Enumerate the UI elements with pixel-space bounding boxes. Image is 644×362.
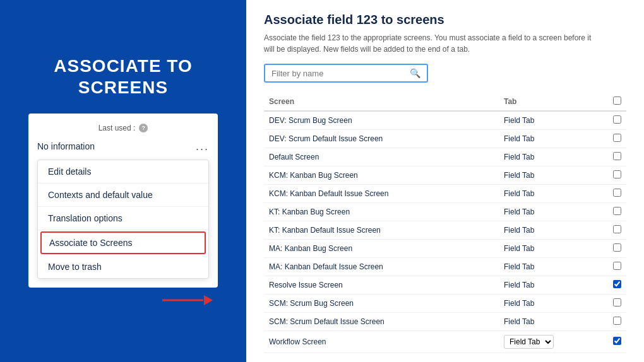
tab-cell: Field Tab bbox=[499, 130, 607, 148]
left-panel: ASSOCIATE TO SCREENS Last used : ? No in… bbox=[0, 0, 246, 362]
tab-cell[interactable]: Field Tab bbox=[499, 331, 607, 353]
col-header-tab: Tab bbox=[499, 93, 607, 111]
tab-cell: Field Tab bbox=[499, 276, 607, 295]
screen-cell: Default Screen bbox=[264, 148, 499, 166]
card-header: Last used : ? bbox=[37, 124, 209, 132]
check-cell[interactable] bbox=[607, 166, 626, 185]
header-checkbox[interactable] bbox=[613, 96, 621, 105]
table-row: KT: Kanban Bug ScreenField Tab bbox=[264, 203, 626, 221]
screen-cell: SCM: Scrum Default Issue Screen bbox=[264, 313, 499, 331]
screen-cell: DEV: Scrum Bug Screen bbox=[264, 111, 499, 130]
col-header-screen: Screen bbox=[264, 93, 499, 111]
row-checkbox[interactable] bbox=[613, 170, 621, 178]
table-row: KCM: Kanban Default Issue ScreenField Ta… bbox=[264, 185, 626, 203]
arrow-container bbox=[28, 294, 218, 307]
search-icon: 🔍 bbox=[410, 68, 420, 78]
tab-cell: Field Tab bbox=[499, 185, 607, 203]
page-title: Associate field 123 to screens bbox=[264, 13, 626, 27]
check-cell[interactable] bbox=[607, 295, 626, 313]
row-checkbox[interactable] bbox=[613, 189, 621, 197]
row-checkbox[interactable] bbox=[613, 262, 621, 270]
table-row: KCM: Kanban Bug ScreenField Tab bbox=[264, 166, 626, 185]
menu-item-translation-options[interactable]: Translation options bbox=[38, 207, 208, 230]
table-row: SCM: Scrum Default Issue ScreenField Tab bbox=[264, 313, 626, 331]
tab-cell: Field Tab bbox=[499, 240, 607, 258]
tab-select[interactable]: Field Tab bbox=[504, 335, 554, 349]
table-row: Default ScreenField Tab bbox=[264, 148, 626, 166]
table-row: KT: Kanban Default Issue ScreenField Tab bbox=[264, 221, 626, 240]
right-panel: Associate field 123 to screens Associate… bbox=[246, 0, 644, 362]
row-checkbox[interactable] bbox=[613, 280, 621, 288]
hero-title: ASSOCIATE TO SCREENS bbox=[13, 55, 234, 98]
screens-table: Screen Tab DEV: Scrum Bug ScreenField Ta… bbox=[264, 93, 626, 353]
check-cell[interactable] bbox=[607, 331, 626, 353]
check-cell[interactable] bbox=[607, 185, 626, 203]
check-cell[interactable] bbox=[607, 240, 626, 258]
menu-item-associate-to-screens[interactable]: Associate to Screens bbox=[40, 231, 206, 254]
card-no-info-row: No information ... bbox=[37, 137, 209, 156]
row-checkbox[interactable] bbox=[613, 152, 621, 160]
table-row: Workflow ScreenField Tab bbox=[264, 331, 626, 353]
tab-cell: Field Tab bbox=[499, 111, 607, 130]
row-checkbox[interactable] bbox=[613, 115, 621, 124]
screen-cell: MA: Kanban Default Issue Screen bbox=[264, 258, 499, 276]
right-arrow-icon bbox=[162, 294, 213, 307]
table-header-row: Screen Tab bbox=[264, 93, 626, 111]
table-row: DEV: Scrum Default Issue ScreenField Tab bbox=[264, 130, 626, 148]
table-row: SCM: Scrum Bug ScreenField Tab bbox=[264, 295, 626, 313]
dropdown-menu: Edit details Contexts and default value … bbox=[37, 160, 209, 279]
row-checkbox[interactable] bbox=[613, 337, 621, 345]
table-row: Resolve Issue ScreenField Tab bbox=[264, 276, 626, 295]
tab-cell: Field Tab bbox=[499, 258, 607, 276]
menu-item-contexts-default[interactable]: Contexts and default value bbox=[38, 184, 208, 207]
screen-cell: KCM: Kanban Bug Screen bbox=[264, 166, 499, 185]
screen-cell: KT: Kanban Bug Screen bbox=[264, 203, 499, 221]
row-checkbox[interactable] bbox=[613, 207, 621, 215]
check-cell[interactable] bbox=[607, 258, 626, 276]
screen-cell: SCM: Scrum Bug Screen bbox=[264, 295, 499, 313]
screen-cell: KT: Kanban Default Issue Screen bbox=[264, 221, 499, 240]
search-bar[interactable]: 🔍 bbox=[264, 64, 428, 83]
screen-cell: KCM: Kanban Default Issue Screen bbox=[264, 185, 499, 203]
row-checkbox[interactable] bbox=[613, 134, 621, 142]
tab-cell: Field Tab bbox=[499, 203, 607, 221]
no-information-text: No information bbox=[37, 141, 95, 151]
tab-cell: Field Tab bbox=[499, 295, 607, 313]
col-header-check bbox=[607, 93, 626, 111]
check-cell[interactable] bbox=[607, 313, 626, 331]
dots-menu-button[interactable]: ... bbox=[196, 140, 209, 153]
tab-cell: Field Tab bbox=[499, 313, 607, 331]
check-cell[interactable] bbox=[607, 276, 626, 295]
row-checkbox[interactable] bbox=[613, 243, 621, 252]
row-checkbox[interactable] bbox=[613, 317, 621, 325]
table-row: DEV: Scrum Bug ScreenField Tab bbox=[264, 111, 626, 130]
table-row: MA: Kanban Default Issue ScreenField Tab bbox=[264, 258, 626, 276]
tab-cell: Field Tab bbox=[499, 148, 607, 166]
page-description: Associate the field 123 to the appropria… bbox=[264, 32, 592, 55]
check-cell[interactable] bbox=[607, 111, 626, 130]
search-input[interactable] bbox=[271, 69, 410, 78]
screen-cell: Workflow Screen bbox=[264, 331, 499, 353]
screen-cell: DEV: Scrum Default Issue Screen bbox=[264, 130, 499, 148]
screen-cell: Resolve Issue Screen bbox=[264, 276, 499, 295]
menu-item-move-to-trash[interactable]: Move to trash bbox=[38, 255, 208, 278]
tab-cell: Field Tab bbox=[499, 166, 607, 185]
check-cell[interactable] bbox=[607, 148, 626, 166]
table-row: MA: Kanban Bug ScreenField Tab bbox=[264, 240, 626, 258]
menu-item-edit-details[interactable]: Edit details bbox=[38, 160, 208, 184]
check-cell[interactable] bbox=[607, 221, 626, 240]
info-icon: ? bbox=[139, 124, 148, 132]
card-wrapper: Last used : ? No information ... Edit de… bbox=[28, 114, 218, 288]
tab-cell: Field Tab bbox=[499, 221, 607, 240]
check-cell[interactable] bbox=[607, 130, 626, 148]
screen-cell: MA: Kanban Bug Screen bbox=[264, 240, 499, 258]
card-header-label: Last used : bbox=[98, 124, 136, 132]
row-checkbox[interactable] bbox=[613, 298, 621, 307]
row-checkbox[interactable] bbox=[613, 225, 621, 233]
check-cell[interactable] bbox=[607, 203, 626, 221]
